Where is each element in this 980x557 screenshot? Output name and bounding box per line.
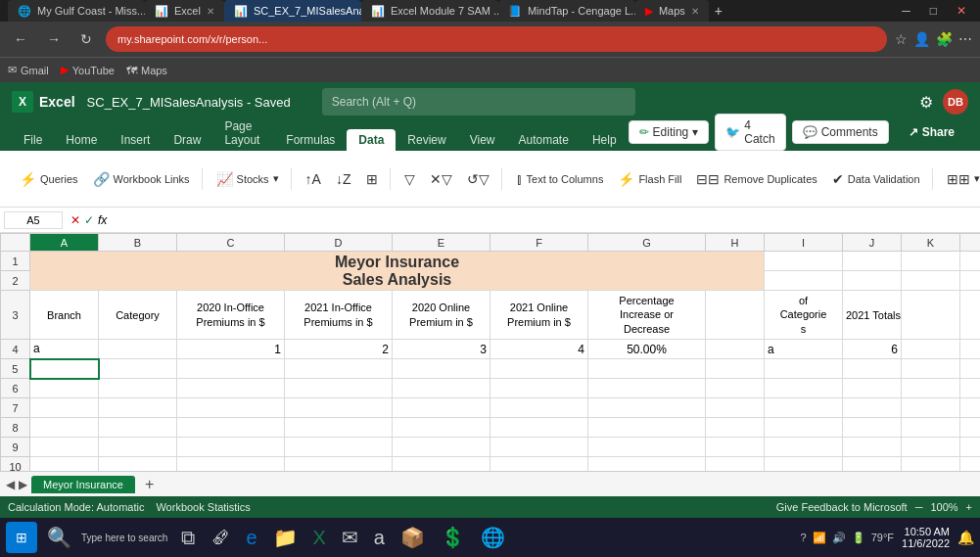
cell-c3[interactable]: 2020 In-OfficePremiums in $ bbox=[177, 291, 285, 340]
tab-excel[interactable]: 📊 Excel ✕ bbox=[145, 0, 224, 22]
cell-k3[interactable] bbox=[902, 291, 960, 340]
new-tab-button[interactable]: + bbox=[709, 3, 728, 19]
ribbon-btn-flash-fill[interactable]: ⚡ Flash Fill bbox=[612, 168, 687, 190]
network-icon[interactable]: 📶 bbox=[813, 532, 826, 544]
taskbar-task-view-icon[interactable]: ⧉ bbox=[175, 523, 201, 553]
col-header-B[interactable]: B bbox=[99, 234, 177, 252]
cell-k4[interactable] bbox=[902, 340, 960, 359]
col-header-H[interactable]: H bbox=[706, 234, 765, 252]
taskbar-excel-icon[interactable]: X bbox=[307, 523, 332, 553]
back-button[interactable]: ← bbox=[8, 27, 33, 51]
cell-e4[interactable]: 3 bbox=[393, 340, 490, 359]
catch-button[interactable]: 🐦 4 Catch bbox=[715, 114, 785, 151]
tab-module7[interactable]: 📊 Excel Module 7 SAM ... ✕ bbox=[361, 0, 498, 22]
cell-d4[interactable]: 2 bbox=[285, 340, 393, 359]
editing-button[interactable]: ✏ Editing ▾ bbox=[629, 120, 710, 144]
ribbon-btn-queries[interactable]: ⚡ Queries bbox=[14, 168, 84, 190]
sheet-nav-left-icon[interactable]: ◀ bbox=[6, 478, 15, 491]
col-header-A[interactable]: A bbox=[30, 234, 99, 252]
cell-a3[interactable]: Branch bbox=[30, 291, 99, 340]
cell-l3[interactable] bbox=[960, 291, 981, 340]
cell-j2[interactable] bbox=[843, 271, 902, 291]
insert-function-icon[interactable]: fx bbox=[98, 213, 107, 227]
taskbar-search-icon[interactable]: 🔍 bbox=[41, 522, 77, 553]
taskbar-amazon-icon[interactable]: a bbox=[368, 523, 391, 553]
cell-b5[interactable] bbox=[99, 359, 177, 379]
refresh-button[interactable]: ↻ bbox=[74, 27, 98, 51]
ribbon-tab-automate[interactable]: Automate bbox=[507, 129, 581, 151]
address-bar[interactable]: my.sharepoint.com/x/r/person... bbox=[106, 26, 887, 52]
col-header-K[interactable]: K bbox=[902, 234, 960, 252]
ribbon-btn-clear[interactable]: ✕▽ bbox=[424, 168, 458, 190]
cell-h3[interactable] bbox=[706, 291, 765, 340]
cell-c5[interactable] bbox=[177, 359, 285, 379]
cell-d3[interactable]: 2021 In-OfficePremiums in $ bbox=[285, 291, 393, 340]
start-button[interactable]: ⊞ bbox=[6, 522, 37, 553]
ribbon-tab-pagelayout[interactable]: Page Layout bbox=[212, 116, 274, 151]
taskbar-explorer-icon[interactable]: 📁 bbox=[267, 522, 303, 553]
add-sheet-button[interactable]: + bbox=[139, 476, 160, 493]
bookmark-youtube[interactable]: ▶ YouTube bbox=[61, 64, 115, 76]
bookmark-maps[interactable]: 🗺 Maps bbox=[126, 65, 167, 76]
cell-f5[interactable] bbox=[490, 359, 588, 379]
ribbon-btn-text-to-columns[interactable]: ⫿ Text to Columns bbox=[510, 168, 610, 190]
taskbar-search-text[interactable]: Type here to search bbox=[81, 533, 167, 543]
taskbar-edge-icon[interactable]: e bbox=[240, 523, 262, 553]
profile-icon[interactable]: 👤 bbox=[913, 31, 930, 47]
cell-l2[interactable] bbox=[960, 271, 981, 291]
cell-g5[interactable] bbox=[588, 359, 706, 379]
ribbon-tab-home[interactable]: Home bbox=[54, 129, 109, 151]
ribbon-tab-draw[interactable]: Draw bbox=[162, 129, 212, 151]
ribbon-btn-view-options[interactable]: ⊞⊞ ▾ bbox=[941, 168, 980, 190]
maximize-button[interactable]: □ bbox=[924, 2, 943, 20]
ribbon-tab-file[interactable]: File bbox=[12, 129, 54, 151]
cell-k2[interactable] bbox=[902, 271, 960, 291]
col-header-G[interactable]: G bbox=[588, 234, 706, 252]
bookmark-icon[interactable]: ☆ bbox=[895, 31, 908, 47]
cell-k5[interactable] bbox=[902, 359, 960, 379]
cell-a4[interactable]: a bbox=[30, 340, 99, 359]
speaker-icon[interactable]: 🔊 bbox=[832, 532, 846, 544]
col-header-E[interactable]: E bbox=[393, 234, 490, 252]
cell-e5[interactable] bbox=[393, 359, 490, 379]
col-header-I[interactable]: I bbox=[765, 234, 843, 252]
zoom-out-icon[interactable]: ─ bbox=[915, 501, 923, 513]
ribbon-tab-formulas[interactable]: Formulas bbox=[274, 129, 347, 151]
bookmark-gmail[interactable]: ✉ Gmail bbox=[8, 64, 49, 76]
battery-icon[interactable]: 🔋 bbox=[852, 532, 865, 544]
col-header-C[interactable]: C bbox=[177, 234, 285, 252]
excel-search-input[interactable] bbox=[322, 88, 635, 116]
sheet-scroll-area[interactable]: A B C D E F G H I J K L M N O bbox=[0, 233, 980, 471]
taskbar-widgets-icon[interactable]: 🗞 bbox=[205, 523, 236, 553]
sheet-nav-right-icon[interactable]: ▶ bbox=[19, 478, 27, 491]
col-header-D[interactable]: D bbox=[285, 234, 393, 252]
cell-b4[interactable] bbox=[99, 340, 177, 359]
confirm-formula-icon[interactable]: ✓ bbox=[84, 213, 94, 227]
user-avatar[interactable]: DB bbox=[943, 89, 968, 115]
taskbar-clock[interactable]: 10:50 AM 11/6/2022 bbox=[902, 526, 950, 549]
excel-settings-icon[interactable]: ⚙ bbox=[919, 93, 933, 112]
cell-g3[interactable]: PercentageIncrease orDecrease bbox=[588, 291, 706, 340]
cell-j4[interactable]: 6 bbox=[843, 340, 902, 359]
cell-k1[interactable] bbox=[902, 252, 960, 271]
cell-h4[interactable] bbox=[706, 340, 765, 359]
extensions-icon[interactable]: 🧩 bbox=[936, 31, 953, 47]
ribbon-btn-remove-duplicates[interactable]: ⊟⊟ Remove Duplicates bbox=[690, 168, 822, 190]
minimize-button[interactable]: ─ bbox=[896, 2, 916, 20]
col-header-L[interactable]: L bbox=[960, 234, 981, 252]
cell-j5[interactable] bbox=[843, 359, 902, 379]
tab-mindtap[interactable]: 📘 MindTap - Cengage L... ✕ bbox=[498, 0, 635, 22]
ribbon-tab-data[interactable]: Data bbox=[347, 129, 396, 151]
ribbon-btn-filter[interactable]: ▽ bbox=[398, 168, 421, 190]
tab-misales[interactable]: 📊 SC_EX_7_MISalesAna... ✕ bbox=[224, 0, 361, 22]
ribbon-btn-sort-za[interactable]: ↓Z bbox=[330, 168, 357, 190]
ribbon-tab-help[interactable]: Help bbox=[581, 129, 629, 151]
close-button[interactable]: ✕ bbox=[951, 2, 972, 20]
share-button[interactable]: ↗ Share bbox=[895, 121, 968, 143]
col-header-J[interactable]: J bbox=[843, 234, 902, 252]
cell-l1[interactable] bbox=[960, 252, 981, 271]
cell-g4[interactable]: 50.00% bbox=[588, 340, 706, 359]
cell-l4[interactable] bbox=[960, 340, 981, 359]
cell-e3[interactable]: 2020 OnlinePremium in $ bbox=[393, 291, 490, 340]
cancel-formula-icon[interactable]: ✕ bbox=[70, 213, 80, 227]
